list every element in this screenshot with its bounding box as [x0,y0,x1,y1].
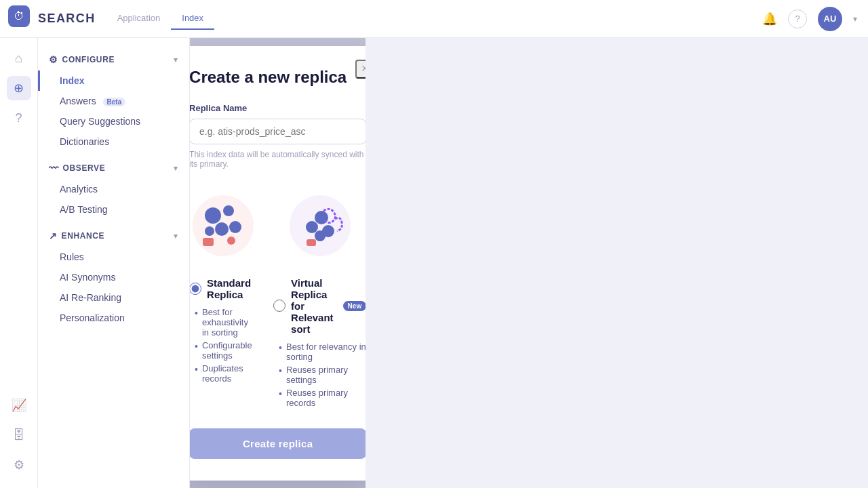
sidebar-item-ai-reranking[interactable]: AI Re-Ranking [38,287,189,308]
enhance-icon: ↗ [49,230,58,241]
standard-replica-label: Standard Replica [207,277,257,300]
svg-point-4 [229,221,241,233]
main-area: d size ● 857.29B 258K hits matched in 3 … [190,38,366,488]
sidebar-item-answers[interactable]: Answers Beta [38,91,189,111]
create-replica-button[interactable]: Create replica [190,428,366,459]
svg-point-2 [223,205,234,216]
top-bar-right: 🔔 ? AU ▾ [762,7,857,31]
nav-search[interactable]: ⊕ [7,76,31,100]
top-tabs: Application Index [106,7,214,30]
configure-label: CONFIGURE [62,55,115,64]
virtual-replica-illustration [273,185,366,266]
sidebar-item-ab-testing[interactable]: A/B Testing [38,199,189,220]
create-replica-modal: × Create a new replica Replica Name This… [190,46,366,481]
nav-query[interactable]: ? [7,106,31,130]
svg-point-7 [227,237,235,245]
enhance-label: ENHANCE [62,231,105,241]
virtual-bullet-3: Reuses primary records [279,386,366,409]
answers-label: Answers [60,96,96,106]
sidebar-item-dictionaries[interactable]: Dictionaries [38,131,189,152]
virtual-replica-card[interactable]: Virtual Replica for Relevant sort New Be… [273,185,366,409]
standard-replica-bullets: Best for exhaustivity in sorting Configu… [190,306,257,385]
sidebar: ⚙ CONFIGURE ▾ Index Answers Beta Query S… [38,38,190,488]
replica-name-label: Replica Name [190,103,366,113]
sidebar-item-analytics[interactable]: Analytics [38,179,189,199]
replica-options: Standard Replica Best for exhaustivity i… [190,185,366,409]
observe-icon: 〰 [49,163,59,174]
sidebar-item-rules[interactable]: Rules [38,247,189,267]
virtual-bullet-1: Best for relevancy in sorting [279,340,366,363]
modal-close-button[interactable]: × [355,60,366,79]
standard-replica-radio[interactable] [190,283,201,295]
svg-point-3 [215,222,229,236]
modal-title: Create a new replica [190,68,366,87]
virtual-bullet-2: Reuses primary settings [279,363,366,386]
chevron-down-icon-observe: ▾ [174,164,178,173]
svg-point-5 [205,226,214,236]
nav-settings[interactable]: ⚙ [7,453,31,477]
configure-section[interactable]: ⚙ CONFIGURE ▾ [38,49,189,70]
svg-rect-6 [203,238,214,246]
sidebar-item-index[interactable]: Index [38,70,189,91]
nav-database[interactable]: 🗄 [7,423,31,447]
replica-field-hint: This index data will be automatically sy… [190,150,366,169]
chevron-down-icon[interactable]: ▾ [853,14,857,24]
virtual-replica-label: Virtual Replica for Relevant sort [291,277,334,335]
nav-home[interactable]: ⌂ [7,46,31,70]
svg-point-12 [315,230,326,241]
svg-point-10 [306,221,318,233]
standard-replica-card[interactable]: Standard Replica Best for exhaustivity i… [190,185,257,409]
svg-rect-13 [307,239,316,246]
icon-rail: ⌂ ⊕ ? 📈 🗄 ⚙ [0,38,38,488]
chevron-down-icon-enhance: ▾ [174,232,178,241]
nav-analytics[interactable]: 📈 [7,393,31,418]
tab-index[interactable]: Index [171,7,214,30]
svg-point-1 [205,207,221,224]
gear-icon: ⚙ [49,54,58,65]
replica-name-input[interactable] [190,119,366,144]
observe-section[interactable]: 〰 OBSERVE ▾ [38,157,189,179]
standard-bullet-3: Duplicates records [195,362,257,385]
standard-replica-option-row: Standard Replica [190,277,257,300]
avatar[interactable]: AU [818,7,842,31]
virtual-replica-radio[interactable] [273,300,285,312]
sidebar-item-query-suggestions[interactable]: Query Suggestions [38,111,189,131]
standard-replica-illustration [190,185,257,266]
app-title: SEARCH [38,12,96,26]
modal-overlay: × Create a new replica Replica Name This… [190,38,366,488]
app-logo: ⏱ [8,5,30,27]
logo-text: SEARCH [38,12,96,26]
sidebar-item-personalization[interactable]: Personalization [38,308,189,328]
observe-label: OBSERVE [63,163,106,173]
virtual-replica-bullets: Best for relevancy in sorting Reuses pri… [273,340,366,409]
standard-bullet-2: Configurable settings [195,339,257,362]
sidebar-item-ai-synonyms[interactable]: AI Synonyms [38,267,189,287]
tab-application[interactable]: Application [106,7,172,30]
notification-icon[interactable]: 🔔 [762,12,777,26]
chevron-down-icon: ▾ [174,56,178,64]
new-badge: New [343,301,366,311]
help-icon[interactable]: ? [788,9,807,28]
enhance-section[interactable]: ↗ ENHANCE ▾ [38,225,189,247]
answers-badge: Beta [103,98,126,106]
standard-bullet-1: Best for exhaustivity in sorting [195,306,257,339]
virtual-replica-option-row: Virtual Replica for Relevant sort New [273,277,366,335]
